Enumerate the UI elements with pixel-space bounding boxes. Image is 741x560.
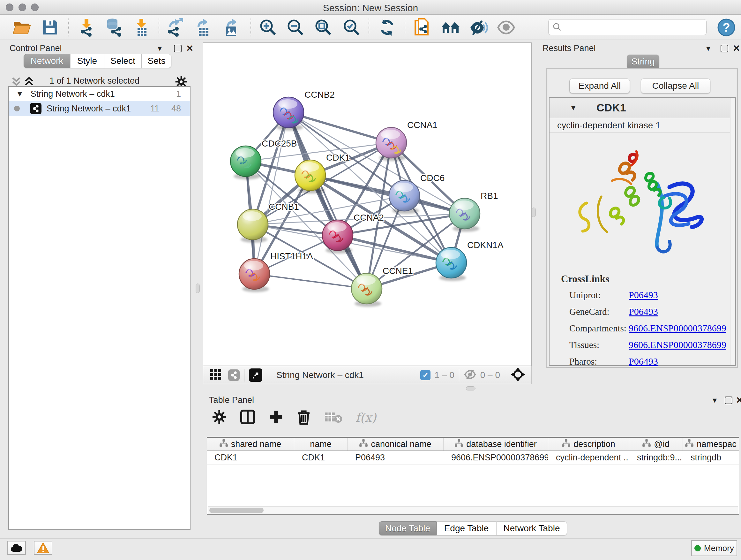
left-splitter-handle[interactable] — [196, 284, 200, 293]
table-panel-collapse-icon[interactable]: ▾ — [713, 396, 717, 404]
hide-selected-icon[interactable] — [468, 17, 489, 38]
import-table-icon[interactable] — [131, 17, 152, 38]
export-image-icon[interactable] — [220, 17, 242, 38]
collapse-all-button[interactable]: Collapse All — [641, 78, 711, 93]
network-node-ccnb1[interactable] — [238, 209, 268, 243]
node-table[interactable]: shared namenamecanonical namedatabase id… — [207, 437, 739, 515]
crosslink-link[interactable]: P06493 — [629, 290, 658, 300]
export-network-icon[interactable] — [164, 17, 185, 38]
column-header-canonical-name[interactable]: canonical name — [347, 438, 444, 450]
import-network-file-icon[interactable] — [76, 17, 97, 38]
export-table-icon[interactable] — [193, 17, 214, 38]
column-header-database-identifier[interactable]: database identifier — [444, 438, 548, 450]
detach-view-icon[interactable] — [249, 368, 262, 382]
crosslink-row: GeneCard:P06493 — [569, 303, 735, 320]
crosslink-link[interactable]: 9606.ENSP00000378699 — [629, 339, 726, 350]
selected-nodes-checkbox-icon[interactable]: ✓ — [420, 370, 430, 380]
network-node-cdkn1a[interactable] — [436, 247, 467, 281]
network-type-icon[interactable] — [228, 369, 240, 381]
crosslink-link[interactable]: 9606.ENSP00000378699 — [629, 323, 726, 334]
column-header-shared-name[interactable]: shared name — [207, 438, 294, 450]
gene-collapse-icon[interactable]: ▾ — [571, 103, 576, 113]
control-panel-close-icon[interactable]: ✕ — [186, 44, 193, 53]
birds-eye-view-icon[interactable] — [511, 368, 525, 383]
import-network-database-icon[interactable] — [103, 17, 124, 38]
tab-node-table[interactable]: Node Table — [379, 521, 436, 536]
table-horizontal-scrollbar[interactable] — [208, 506, 738, 514]
network-node-ccne1[interactable] — [351, 273, 382, 307]
gene-header-row[interactable]: ▾ CDK1 — [549, 98, 735, 118]
network-node-rb1[interactable] — [449, 198, 480, 232]
results-panel-collapse-icon[interactable]: ▾ — [706, 44, 711, 52]
network-node-cdc25b[interactable] — [230, 146, 261, 179]
show-all-icon[interactable] — [495, 17, 517, 38]
column-header-description[interactable]: description — [548, 438, 629, 450]
scrollbar-thumb[interactable] — [209, 508, 264, 513]
function-builder-icon: f(x) — [355, 411, 376, 425]
control-panel-collapse-icon[interactable]: ▾ — [158, 44, 162, 52]
tab-select[interactable]: Select — [104, 54, 142, 68]
network-node-ccna2[interactable] — [322, 220, 353, 253]
hidden-counts: 0 – 0 — [480, 370, 500, 380]
table-cell[interactable]: 9606.ENSP00000378699 — [444, 451, 548, 464]
table-panel-float-icon[interactable] — [725, 396, 732, 404]
expand-all-button[interactable]: Expand All — [569, 78, 630, 93]
table-header-row[interactable]: shared namenamecanonical namedatabase id… — [207, 438, 739, 451]
crosslink-link[interactable]: P06493 — [629, 356, 658, 367]
zoom-selected-icon[interactable] — [341, 17, 362, 38]
tab-sets[interactable]: Sets — [142, 54, 172, 68]
network-node-ccna1[interactable] — [376, 127, 407, 161]
right-splitter-handle[interactable] — [532, 207, 536, 217]
tab-network[interactable]: Network — [23, 54, 70, 68]
document-share-icon[interactable] — [411, 17, 432, 38]
memory-button[interactable]: Memory — [691, 540, 737, 556]
crosslink-link[interactable]: P06493 — [629, 306, 658, 317]
network-selected-status: 1 of 1 Network selected — [8, 76, 181, 86]
network-row-selected[interactable]: String Network – cdk1 11 48 — [9, 101, 190, 116]
add-column-icon[interactable] — [269, 410, 283, 426]
table-cell[interactable]: stringdb — [683, 451, 739, 464]
save-session-icon[interactable] — [40, 17, 61, 38]
column-header-name[interactable]: name — [294, 438, 347, 450]
table-row[interactable]: CDK1CDK1P064939606.ENSP00000378699cyclin… — [207, 451, 739, 464]
show-columns-icon[interactable] — [240, 409, 255, 426]
collection-expand-icon[interactable]: ▼ — [16, 89, 23, 98]
warnings-button[interactable] — [34, 541, 52, 555]
column-header-namespac[interactable]: namespac — [683, 438, 739, 450]
automation-cloud-button[interactable] — [7, 541, 26, 555]
search-field[interactable] — [548, 19, 706, 35]
table-panel-close-icon[interactable]: ✕ — [736, 396, 741, 405]
refresh-icon[interactable] — [377, 17, 398, 38]
results-scrollbar[interactable] — [730, 98, 735, 365]
control-panel-float-icon[interactable] — [174, 45, 182, 52]
table-cell[interactable]: P06493 — [347, 451, 444, 464]
zoom-out-icon[interactable] — [285, 17, 306, 38]
results-panel-float-icon[interactable] — [721, 45, 728, 52]
network-collection-row[interactable]: ▼ String Network – cdk1 1 — [9, 87, 190, 101]
zoom-fit-icon[interactable] — [313, 17, 334, 38]
help-icon[interactable]: ? — [716, 17, 737, 38]
hidden-items-eye-slash-icon[interactable] — [464, 369, 477, 381]
network-node-cdk1[interactable] — [295, 160, 326, 193]
grid-view-icon[interactable] — [210, 368, 222, 382]
table-cell[interactable]: CDK1 — [294, 451, 347, 464]
delete-column-icon[interactable] — [297, 409, 311, 426]
table-cell[interactable]: stringdb:9... — [629, 451, 683, 464]
tab-network-table[interactable]: Network Table — [496, 521, 567, 536]
network-node-hist1h1a[interactable] — [239, 259, 270, 292]
table-cell[interactable]: cyclin-dependent ... — [548, 451, 629, 464]
table-gear-icon[interactable] — [212, 410, 226, 426]
search-input[interactable] — [562, 22, 699, 32]
string-network-graph[interactable]: CCNB2CCNA1CDC25BCDK1CDC6RB1CCNB1CCNA2CDK… — [203, 43, 531, 366]
network-canvas[interactable]: CCNB2CCNA1CDC25BCDK1CDC6RB1CCNB1CCNA2CDK… — [203, 43, 532, 366]
table-cell[interactable]: CDK1 — [207, 451, 294, 464]
column-header--id[interactable]: @id — [629, 438, 683, 450]
bottom-splitter-handle[interactable] — [466, 386, 475, 390]
zoom-in-icon[interactable] — [258, 17, 279, 38]
string-home-icon[interactable] — [440, 17, 461, 38]
tab-edge-table[interactable]: Edge Table — [436, 521, 496, 536]
open-session-icon[interactable] — [11, 17, 32, 38]
tab-string[interactable]: String — [627, 55, 659, 69]
results-panel-close-icon[interactable]: ✕ — [733, 44, 740, 53]
tab-style[interactable]: Style — [70, 54, 104, 68]
